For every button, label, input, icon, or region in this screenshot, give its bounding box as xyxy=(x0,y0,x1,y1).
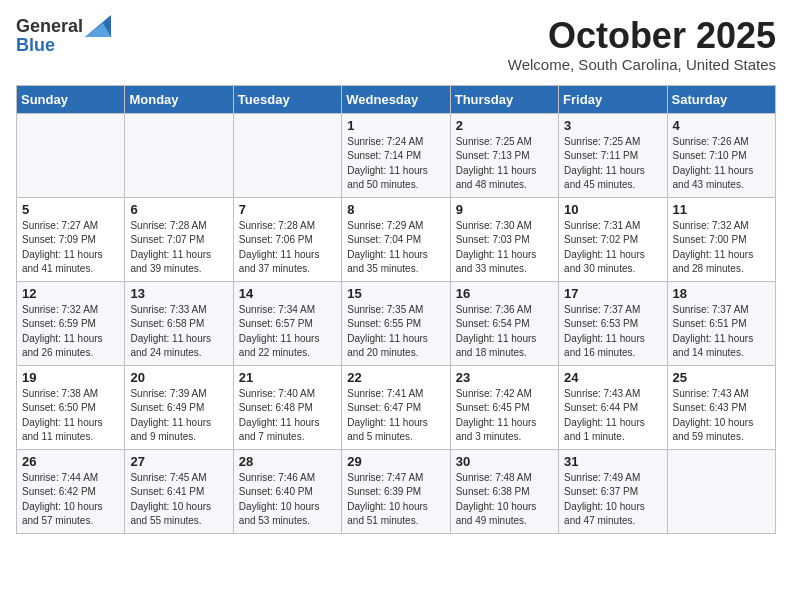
calendar-week-1: 1Sunrise: 7:24 AM Sunset: 7:14 PM Daylig… xyxy=(17,113,776,197)
calendar-cell: 8Sunrise: 7:29 AM Sunset: 7:04 PM Daylig… xyxy=(342,197,450,281)
calendar-cell: 30Sunrise: 7:48 AM Sunset: 6:38 PM Dayli… xyxy=(450,449,558,533)
day-info: Sunrise: 7:49 AM Sunset: 6:37 PM Dayligh… xyxy=(564,471,661,529)
day-info: Sunrise: 7:28 AM Sunset: 7:06 PM Dayligh… xyxy=(239,219,336,277)
day-number: 2 xyxy=(456,118,553,133)
calendar-cell: 12Sunrise: 7:32 AM Sunset: 6:59 PM Dayli… xyxy=(17,281,125,365)
logo-icon xyxy=(85,15,111,37)
day-number: 10 xyxy=(564,202,661,217)
header-saturday: Saturday xyxy=(667,85,775,113)
calendar-cell: 15Sunrise: 7:35 AM Sunset: 6:55 PM Dayli… xyxy=(342,281,450,365)
calendar-cell: 2Sunrise: 7:25 AM Sunset: 7:13 PM Daylig… xyxy=(450,113,558,197)
day-number: 30 xyxy=(456,454,553,469)
day-number: 5 xyxy=(22,202,119,217)
day-info: Sunrise: 7:37 AM Sunset: 6:53 PM Dayligh… xyxy=(564,303,661,361)
calendar-cell: 14Sunrise: 7:34 AM Sunset: 6:57 PM Dayli… xyxy=(233,281,341,365)
calendar-cell xyxy=(125,113,233,197)
day-number: 29 xyxy=(347,454,444,469)
calendar-cell: 29Sunrise: 7:47 AM Sunset: 6:39 PM Dayli… xyxy=(342,449,450,533)
day-number: 14 xyxy=(239,286,336,301)
day-info: Sunrise: 7:25 AM Sunset: 7:13 PM Dayligh… xyxy=(456,135,553,193)
day-info: Sunrise: 7:43 AM Sunset: 6:44 PM Dayligh… xyxy=(564,387,661,445)
day-info: Sunrise: 7:44 AM Sunset: 6:42 PM Dayligh… xyxy=(22,471,119,529)
day-number: 16 xyxy=(456,286,553,301)
calendar-cell: 5Sunrise: 7:27 AM Sunset: 7:09 PM Daylig… xyxy=(17,197,125,281)
day-info: Sunrise: 7:31 AM Sunset: 7:02 PM Dayligh… xyxy=(564,219,661,277)
calendar-week-3: 12Sunrise: 7:32 AM Sunset: 6:59 PM Dayli… xyxy=(17,281,776,365)
calendar-cell: 1Sunrise: 7:24 AM Sunset: 7:14 PM Daylig… xyxy=(342,113,450,197)
day-info: Sunrise: 7:34 AM Sunset: 6:57 PM Dayligh… xyxy=(239,303,336,361)
day-number: 25 xyxy=(673,370,770,385)
day-number: 17 xyxy=(564,286,661,301)
calendar-cell: 9Sunrise: 7:30 AM Sunset: 7:03 PM Daylig… xyxy=(450,197,558,281)
day-info: Sunrise: 7:42 AM Sunset: 6:45 PM Dayligh… xyxy=(456,387,553,445)
day-info: Sunrise: 7:29 AM Sunset: 7:04 PM Dayligh… xyxy=(347,219,444,277)
calendar-cell: 3Sunrise: 7:25 AM Sunset: 7:11 PM Daylig… xyxy=(559,113,667,197)
logo-general-text: General xyxy=(16,16,83,37)
day-number: 1 xyxy=(347,118,444,133)
calendar-cell: 21Sunrise: 7:40 AM Sunset: 6:48 PM Dayli… xyxy=(233,365,341,449)
calendar-cell: 26Sunrise: 7:44 AM Sunset: 6:42 PM Dayli… xyxy=(17,449,125,533)
calendar-table: SundayMondayTuesdayWednesdayThursdayFrid… xyxy=(16,85,776,534)
logo: General Blue xyxy=(16,16,111,56)
day-number: 20 xyxy=(130,370,227,385)
calendar-cell xyxy=(17,113,125,197)
day-info: Sunrise: 7:48 AM Sunset: 6:38 PM Dayligh… xyxy=(456,471,553,529)
calendar-cell xyxy=(667,449,775,533)
calendar-cell: 17Sunrise: 7:37 AM Sunset: 6:53 PM Dayli… xyxy=(559,281,667,365)
day-info: Sunrise: 7:43 AM Sunset: 6:43 PM Dayligh… xyxy=(673,387,770,445)
day-number: 15 xyxy=(347,286,444,301)
day-info: Sunrise: 7:37 AM Sunset: 6:51 PM Dayligh… xyxy=(673,303,770,361)
day-info: Sunrise: 7:46 AM Sunset: 6:40 PM Dayligh… xyxy=(239,471,336,529)
calendar-week-2: 5Sunrise: 7:27 AM Sunset: 7:09 PM Daylig… xyxy=(17,197,776,281)
calendar-cell: 7Sunrise: 7:28 AM Sunset: 7:06 PM Daylig… xyxy=(233,197,341,281)
calendar-cell xyxy=(233,113,341,197)
day-info: Sunrise: 7:41 AM Sunset: 6:47 PM Dayligh… xyxy=(347,387,444,445)
day-number: 31 xyxy=(564,454,661,469)
calendar-cell: 31Sunrise: 7:49 AM Sunset: 6:37 PM Dayli… xyxy=(559,449,667,533)
location-subtitle: Welcome, South Carolina, United States xyxy=(508,56,776,73)
day-info: Sunrise: 7:35 AM Sunset: 6:55 PM Dayligh… xyxy=(347,303,444,361)
day-info: Sunrise: 7:45 AM Sunset: 6:41 PM Dayligh… xyxy=(130,471,227,529)
day-number: 28 xyxy=(239,454,336,469)
day-info: Sunrise: 7:47 AM Sunset: 6:39 PM Dayligh… xyxy=(347,471,444,529)
calendar-cell: 23Sunrise: 7:42 AM Sunset: 6:45 PM Dayli… xyxy=(450,365,558,449)
calendar-cell: 27Sunrise: 7:45 AM Sunset: 6:41 PM Dayli… xyxy=(125,449,233,533)
day-info: Sunrise: 7:25 AM Sunset: 7:11 PM Dayligh… xyxy=(564,135,661,193)
day-number: 11 xyxy=(673,202,770,217)
day-info: Sunrise: 7:28 AM Sunset: 7:07 PM Dayligh… xyxy=(130,219,227,277)
calendar-cell: 20Sunrise: 7:39 AM Sunset: 6:49 PM Dayli… xyxy=(125,365,233,449)
day-info: Sunrise: 7:32 AM Sunset: 7:00 PM Dayligh… xyxy=(673,219,770,277)
day-info: Sunrise: 7:26 AM Sunset: 7:10 PM Dayligh… xyxy=(673,135,770,193)
day-info: Sunrise: 7:36 AM Sunset: 6:54 PM Dayligh… xyxy=(456,303,553,361)
day-info: Sunrise: 7:40 AM Sunset: 6:48 PM Dayligh… xyxy=(239,387,336,445)
day-number: 9 xyxy=(456,202,553,217)
calendar-cell: 13Sunrise: 7:33 AM Sunset: 6:58 PM Dayli… xyxy=(125,281,233,365)
day-info: Sunrise: 7:32 AM Sunset: 6:59 PM Dayligh… xyxy=(22,303,119,361)
day-number: 19 xyxy=(22,370,119,385)
header-wednesday: Wednesday xyxy=(342,85,450,113)
calendar-header-row: SundayMondayTuesdayWednesdayThursdayFrid… xyxy=(17,85,776,113)
day-info: Sunrise: 7:38 AM Sunset: 6:50 PM Dayligh… xyxy=(22,387,119,445)
page-header: General Blue October 2025 Welcome, South… xyxy=(16,16,776,73)
day-number: 21 xyxy=(239,370,336,385)
day-number: 23 xyxy=(456,370,553,385)
day-number: 26 xyxy=(22,454,119,469)
header-tuesday: Tuesday xyxy=(233,85,341,113)
month-title: October 2025 xyxy=(508,16,776,56)
calendar-week-4: 19Sunrise: 7:38 AM Sunset: 6:50 PM Dayli… xyxy=(17,365,776,449)
day-number: 18 xyxy=(673,286,770,301)
day-number: 3 xyxy=(564,118,661,133)
calendar-cell: 10Sunrise: 7:31 AM Sunset: 7:02 PM Dayli… xyxy=(559,197,667,281)
calendar-week-5: 26Sunrise: 7:44 AM Sunset: 6:42 PM Dayli… xyxy=(17,449,776,533)
calendar-cell: 19Sunrise: 7:38 AM Sunset: 6:50 PM Dayli… xyxy=(17,365,125,449)
header-friday: Friday xyxy=(559,85,667,113)
header-sunday: Sunday xyxy=(17,85,125,113)
header-thursday: Thursday xyxy=(450,85,558,113)
calendar-cell: 11Sunrise: 7:32 AM Sunset: 7:00 PM Dayli… xyxy=(667,197,775,281)
day-number: 8 xyxy=(347,202,444,217)
calendar-cell: 25Sunrise: 7:43 AM Sunset: 6:43 PM Dayli… xyxy=(667,365,775,449)
calendar-cell: 4Sunrise: 7:26 AM Sunset: 7:10 PM Daylig… xyxy=(667,113,775,197)
calendar-cell: 18Sunrise: 7:37 AM Sunset: 6:51 PM Dayli… xyxy=(667,281,775,365)
day-number: 6 xyxy=(130,202,227,217)
day-info: Sunrise: 7:39 AM Sunset: 6:49 PM Dayligh… xyxy=(130,387,227,445)
